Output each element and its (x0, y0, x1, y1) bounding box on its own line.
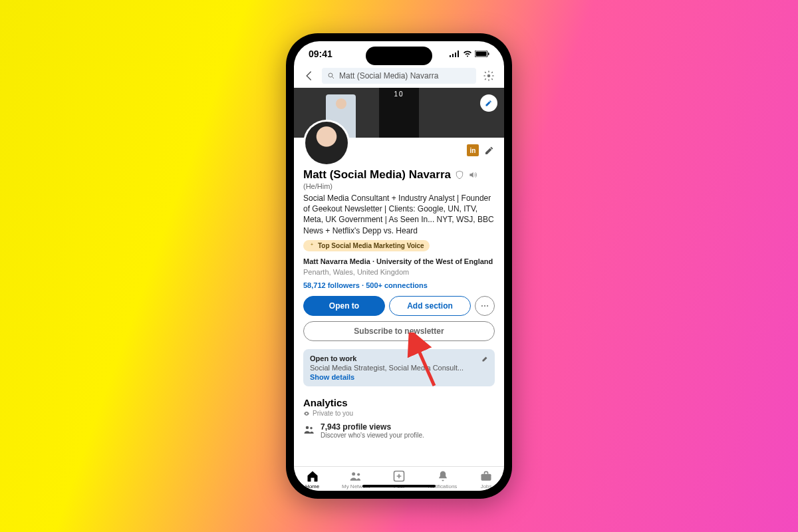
edit-profile-button[interactable] (484, 145, 495, 156)
sparkle-icon (309, 242, 315, 249)
search-input[interactable]: Matt (Social Media) Navarra (322, 68, 476, 84)
top-voice-badge[interactable]: Top Social Media Marketing Voice (303, 240, 430, 251)
svg-point-7 (329, 73, 332, 77)
svg-point-13 (310, 427, 312, 429)
subscribe-newsletter-button[interactable]: Subscribe to newsletter (303, 321, 495, 341)
edit-cover-button[interactable] (480, 94, 497, 112)
signal-icon (450, 51, 460, 57)
pronunciation-icon[interactable] (468, 170, 477, 180)
svg-rect-1 (452, 54, 454, 57)
eye-icon (303, 410, 310, 417)
svg-rect-6 (488, 53, 489, 55)
open-card-title: Open to work (310, 354, 488, 362)
analytics-section: Analytics Private to you 7,943 profile v… (303, 397, 495, 439)
headline: Social Media Consultant + Industry Analy… (303, 193, 495, 236)
profile-content: 10 in Matt (Social Media) Navarra (He/Hi… (294, 88, 504, 466)
status-time: 09:41 (309, 49, 332, 59)
network-icon (349, 469, 362, 483)
search-icon (327, 72, 335, 80)
post-icon (392, 469, 406, 483)
tab-home[interactable]: Home (305, 469, 319, 489)
pronoun: (He/Him) (303, 182, 495, 190)
open-card-sub: Social Media Strategist, Social Media Co… (310, 364, 488, 372)
profile-views-desc: Discover who's viewed your profile. (321, 432, 424, 439)
settings-button[interactable] (481, 68, 496, 83)
svg-rect-2 (455, 53, 456, 57)
cover-photo[interactable]: 10 (294, 88, 504, 138)
svg-point-14 (352, 472, 355, 475)
tab-jobs[interactable]: Jobs (479, 469, 493, 489)
search-value: Matt (Social Media) Navarra (339, 71, 438, 80)
svg-rect-17 (481, 474, 491, 481)
premium-badge-icon: in (467, 144, 479, 156)
top-bar: Matt (Social Media) Navarra (294, 66, 504, 88)
analytics-title: Analytics (303, 397, 495, 408)
network-stats[interactable]: 58,712 followers · 500+ connections (303, 281, 495, 289)
cover-door-number: 10 (394, 90, 404, 98)
svg-rect-5 (476, 52, 487, 57)
open-to-work-card[interactable]: Open to work Social Media Strategist, So… (303, 349, 495, 386)
verified-shield-icon (455, 170, 464, 180)
profile-views-count[interactable]: 7,943 profile views (321, 422, 424, 432)
phone-frame: 09:41 Matt (Social Media) Navarra 10 (286, 33, 512, 499)
svg-rect-3 (458, 51, 459, 57)
add-section-button[interactable]: Add section (389, 296, 471, 316)
home-icon (306, 469, 319, 483)
people-icon (303, 424, 315, 439)
more-button[interactable] (475, 296, 495, 316)
analytics-private: Private to you (313, 410, 353, 417)
svg-point-12 (306, 426, 309, 430)
edit-open-to-work-button[interactable] (481, 354, 489, 362)
avatar[interactable] (303, 120, 350, 166)
svg-point-10 (484, 305, 485, 307)
dynamic-island (366, 47, 432, 65)
svg-rect-0 (450, 55, 451, 57)
profile-name: Matt (Social Media) Navarra (303, 168, 451, 182)
show-details-link[interactable]: Show details (310, 373, 354, 381)
location: Penarth, Wales, United Kingdom (303, 267, 495, 277)
svg-point-15 (357, 473, 360, 475)
svg-point-9 (481, 305, 483, 307)
bell-icon (436, 469, 450, 483)
company-school: Matt Navarra Media · University of the W… (303, 257, 495, 267)
phone-screen: 09:41 Matt (Social Media) Navarra 10 (294, 41, 504, 491)
open-to-button[interactable]: Open to (303, 296, 385, 316)
wifi-icon (463, 51, 472, 57)
svg-point-11 (487, 305, 488, 307)
briefcase-icon (479, 469, 493, 483)
svg-point-8 (487, 74, 491, 78)
back-button[interactable] (302, 68, 317, 83)
home-indicator[interactable] (362, 485, 436, 487)
battery-icon (475, 51, 489, 57)
